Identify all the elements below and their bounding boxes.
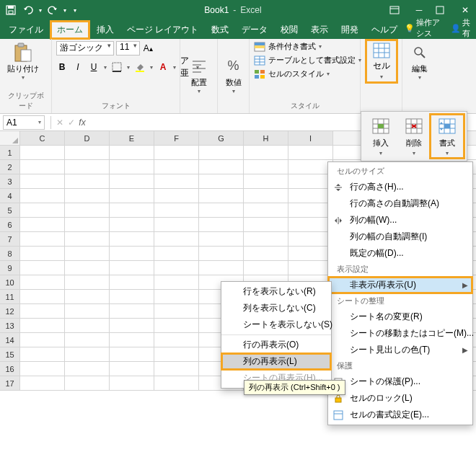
cell[interactable]	[110, 304, 154, 318]
minimize-icon[interactable]: ─	[413, 5, 426, 15]
cell[interactable]	[20, 290, 65, 303]
cell[interactable]	[244, 174, 288, 188]
cell[interactable]	[154, 174, 199, 188]
paste-button[interactable]: 貼り付け ▾	[4, 41, 42, 82]
cell[interactable]	[199, 218, 244, 231]
underline-button[interactable]: U	[88, 61, 100, 73]
cell[interactable]	[110, 290, 154, 303]
cell[interactable]	[154, 146, 199, 159]
share-button[interactable]: 👤 共有	[451, 17, 473, 39]
tab-review[interactable]: 校閲	[275, 22, 304, 39]
cell[interactable]	[65, 203, 110, 217]
row-header[interactable]: 1	[0, 146, 20, 159]
cell[interactable]	[20, 275, 65, 289]
cell[interactable]	[154, 218, 199, 231]
cell[interactable]	[20, 232, 65, 246]
cell[interactable]	[20, 189, 65, 203]
cell[interactable]	[244, 261, 288, 275]
grow-font-icon[interactable]: A▴	[142, 43, 154, 54]
cell[interactable]	[65, 218, 110, 231]
row-header[interactable]: 12	[0, 304, 20, 318]
cell[interactable]	[154, 304, 199, 318]
submenu-hide-cols[interactable]: 列を表示しない(C)	[221, 300, 331, 316]
menu-autofit-row[interactable]: 行の高さの自動調整(A)	[328, 195, 472, 212]
cell[interactable]	[65, 189, 110, 203]
menu-protect-sheet[interactable]: シートの保護(P)...	[328, 373, 472, 390]
cell[interactable]	[154, 362, 199, 376]
editing-button[interactable]: 編集 ▾	[407, 41, 433, 82]
number-format-button[interactable]: % 数値 ▾	[221, 55, 247, 96]
cell[interactable]	[65, 174, 110, 188]
cell[interactable]	[199, 146, 244, 159]
redo-icon[interactable]	[46, 4, 59, 17]
tab-insert[interactable]: 挿入	[91, 22, 120, 39]
cell[interactable]	[154, 275, 199, 289]
menu-col-width[interactable]: 列の幅(W)...	[328, 212, 472, 229]
cell[interactable]	[288, 189, 333, 203]
close-icon[interactable]: ✕	[459, 5, 472, 15]
cell[interactable]	[288, 247, 333, 260]
cell[interactable]	[244, 189, 288, 203]
cell[interactable]	[110, 319, 154, 332]
tab-view[interactable]: 表示	[305, 22, 334, 39]
tab-data[interactable]: データ	[236, 22, 273, 39]
cell[interactable]	[244, 160, 288, 174]
row-header[interactable]: 9	[0, 261, 20, 275]
row-header[interactable]: 5	[0, 203, 20, 217]
menu-format-cells-dialog[interactable]: セルの書式設定(E)...	[328, 407, 472, 423]
cell[interactable]	[110, 275, 154, 289]
cell[interactable]	[20, 304, 65, 318]
cell[interactable]	[20, 203, 65, 217]
cell[interactable]	[65, 275, 110, 289]
col-header[interactable]: E	[110, 131, 154, 145]
undo-icon[interactable]	[22, 4, 35, 17]
cell[interactable]	[65, 232, 110, 246]
cell[interactable]	[154, 319, 199, 332]
cell[interactable]	[288, 203, 333, 217]
alignment-button[interactable]: 配置 ▾	[186, 55, 212, 96]
col-header[interactable]: F	[154, 131, 199, 145]
menu-lock-cell[interactable]: セルのロック(L)	[328, 390, 472, 407]
tab-page-layout[interactable]: ページ レイアウト	[121, 22, 204, 39]
font-name-select[interactable]: 游ゴシック	[56, 41, 114, 56]
insert-cells-button[interactable]: 挿入▾	[364, 115, 397, 158]
cell[interactable]	[110, 218, 154, 231]
cell[interactable]	[65, 362, 110, 376]
cell[interactable]	[20, 376, 65, 390]
col-header[interactable]: D	[65, 131, 110, 145]
row-header[interactable]: 8	[0, 247, 20, 260]
format-as-table-button[interactable]: テーブルとして書式設定 ▾	[254, 55, 361, 66]
cell[interactable]	[244, 247, 288, 260]
font-color-icon[interactable]: A	[157, 61, 169, 73]
cell[interactable]	[154, 290, 199, 303]
menu-row-height[interactable]: 行の高さ(H)...	[328, 179, 472, 195]
row-header[interactable]: 17	[0, 376, 20, 390]
cell[interactable]	[110, 203, 154, 217]
cell[interactable]	[199, 189, 244, 203]
cell[interactable]	[288, 174, 333, 188]
cell[interactable]	[110, 376, 154, 390]
cell[interactable]	[288, 146, 333, 159]
cell[interactable]	[65, 347, 110, 361]
cells-button[interactable]: セル ▾	[369, 43, 395, 80]
cell[interactable]	[65, 333, 110, 347]
italic-button[interactable]: I	[72, 61, 84, 73]
select-all-corner[interactable]	[0, 131, 20, 145]
ribbon-display-options-icon[interactable]	[389, 6, 402, 14]
cell[interactable]	[20, 146, 65, 159]
bold-button[interactable]: B	[56, 61, 68, 73]
cell[interactable]	[65, 160, 110, 174]
cell[interactable]	[20, 174, 65, 188]
tell-me-search[interactable]: 💡 操作アシス	[405, 17, 446, 39]
cell[interactable]	[110, 232, 154, 246]
tab-formulas[interactable]: 数式	[206, 22, 234, 39]
cell[interactable]	[20, 218, 65, 231]
maximize-icon[interactable]	[436, 6, 449, 14]
cell[interactable]	[110, 146, 154, 159]
cell[interactable]	[110, 261, 154, 275]
cell[interactable]	[154, 347, 199, 361]
conditional-formatting-button[interactable]: 条件付き書式 ▾	[254, 41, 361, 52]
cell[interactable]	[244, 218, 288, 231]
cell[interactable]	[20, 261, 65, 275]
menu-default-width[interactable]: 既定の幅(D)...	[328, 245, 472, 262]
